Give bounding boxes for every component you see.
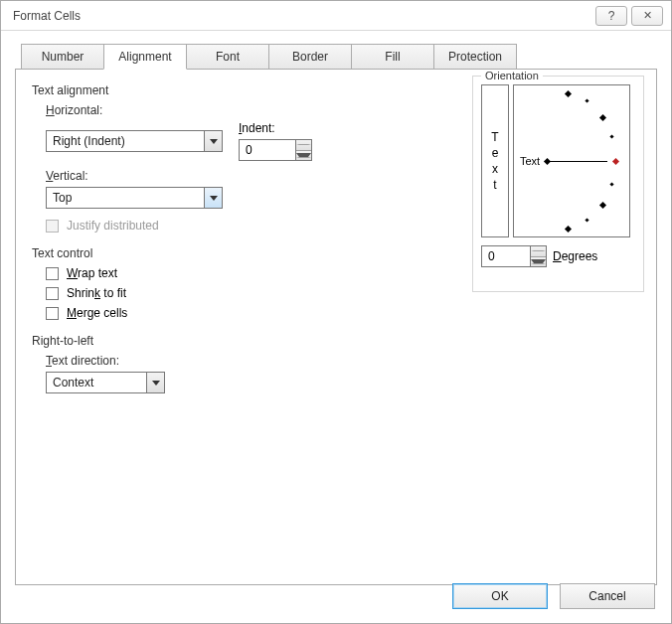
- orientation-dial[interactable]: Text: [513, 84, 630, 237]
- orientation-vertical-text[interactable]: T e x t: [481, 84, 509, 237]
- cancel-button[interactable]: Cancel: [560, 583, 655, 609]
- wrap-text-checkbox[interactable]: [46, 267, 59, 280]
- text-direction-label: Text direction:: [46, 354, 640, 368]
- vertical-value: Top: [47, 191, 204, 205]
- spin-up-icon[interactable]: [531, 246, 546, 257]
- text-direction-combo[interactable]: Context: [46, 372, 165, 393]
- tab-alignment[interactable]: Alignment: [103, 44, 187, 70]
- close-button[interactable]: ✕: [631, 6, 663, 26]
- wrap-text-label: Wrap text: [67, 266, 117, 280]
- spin-down-icon[interactable]: [531, 257, 546, 267]
- format-cells-dialog: Format Cells ? ✕ Number Alignment Font B…: [0, 0, 672, 624]
- orientation-group: Orientation T e x t Text: [472, 76, 644, 292]
- orientation-line: [548, 161, 607, 162]
- right-to-left-heading: Right-to-left: [32, 334, 640, 348]
- shrink-to-fit-checkbox[interactable]: [46, 287, 59, 300]
- justify-distributed-label: Justify distributed: [67, 219, 159, 233]
- merge-cells-label: Merge cells: [67, 306, 127, 320]
- tab-pane-alignment: Text alignment Horizontal: Right (Indent…: [15, 69, 657, 585]
- text-direction-value: Context: [47, 376, 146, 390]
- tab-number[interactable]: Number: [21, 44, 104, 70]
- indent-spinner[interactable]: 0: [239, 139, 312, 161]
- help-button[interactable]: ?: [595, 6, 627, 26]
- degrees-value: 0: [482, 246, 530, 266]
- chevron-down-icon: [146, 373, 164, 392]
- horizontal-value: Right (Indent): [47, 134, 204, 148]
- tab-protection[interactable]: Protection: [433, 44, 517, 70]
- spin-down-icon[interactable]: [296, 151, 311, 161]
- horizontal-combo[interactable]: Right (Indent): [46, 130, 223, 152]
- orientation-heading: Orientation: [481, 70, 543, 81]
- titlebar: Format Cells ? ✕: [1, 1, 671, 31]
- indent-value: 0: [240, 140, 295, 160]
- spin-up-icon[interactable]: [296, 140, 311, 151]
- shrink-to-fit-label: Shrink to fit: [67, 286, 126, 300]
- orientation-text-label: Text: [520, 155, 540, 167]
- window-title: Format Cells: [13, 9, 81, 23]
- tab-fill[interactable]: Fill: [351, 44, 434, 70]
- dialog-buttons: OK Cancel: [452, 583, 655, 609]
- tab-strip: Number Alignment Font Border Fill Protec…: [21, 43, 657, 69]
- indent-label: Indent:: [239, 121, 312, 135]
- vertical-combo[interactable]: Top: [46, 187, 223, 209]
- justify-distributed-checkbox: [46, 220, 59, 233]
- chevron-down-icon: [204, 131, 222, 151]
- tab-font[interactable]: Font: [186, 44, 269, 70]
- degrees-spinner[interactable]: 0: [481, 245, 547, 267]
- ok-button[interactable]: OK: [452, 583, 548, 609]
- merge-cells-checkbox[interactable]: [46, 307, 59, 320]
- chevron-down-icon: [204, 188, 222, 208]
- tab-border[interactable]: Border: [268, 44, 352, 70]
- degrees-label: Degrees: [553, 249, 597, 263]
- close-icon: ✕: [643, 9, 652, 22]
- help-icon: ?: [608, 9, 615, 23]
